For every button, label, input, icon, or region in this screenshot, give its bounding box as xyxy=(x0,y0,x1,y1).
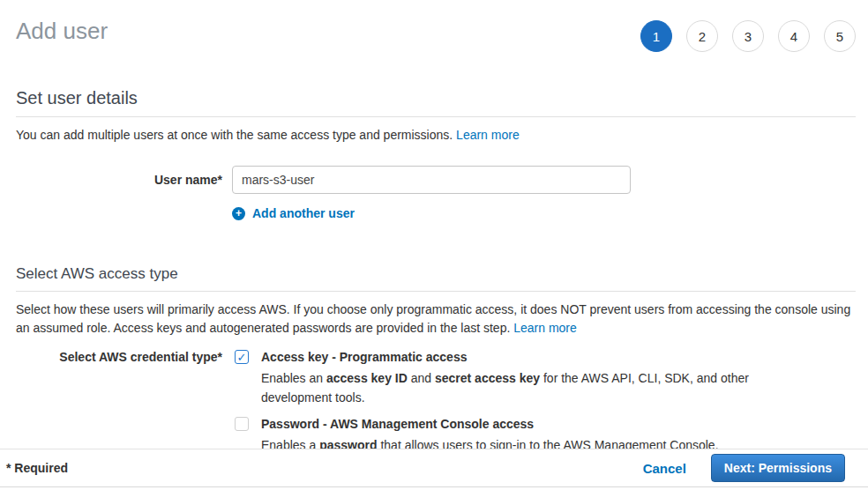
access-key-checkbox[interactable]: ✓ xyxy=(235,350,249,364)
desc-part: and xyxy=(408,371,435,385)
cancel-button[interactable]: Cancel xyxy=(643,461,686,476)
section-title: Set user details xyxy=(16,87,856,108)
add-user-page: Add user 1 2 3 4 5 Set user details You … xyxy=(0,0,868,490)
user-name-input[interactable] xyxy=(232,166,631,194)
option-description: Enables an access key ID and secret acce… xyxy=(261,368,751,407)
description-text: Select how these users will primarily ac… xyxy=(16,302,850,335)
step-number: 3 xyxy=(745,29,752,44)
add-another-user-label: Add another user xyxy=(252,206,355,220)
option-title[interactable]: Access key - Programmatic access xyxy=(261,349,751,365)
next-permissions-button[interactable]: Next: Permissions xyxy=(711,454,845,482)
option-content: Access key - Programmatic access Enables… xyxy=(261,349,751,407)
desc-part-bold: secret access key xyxy=(435,371,540,385)
wizard-footer: * Required Cancel Next: Permissions xyxy=(0,449,868,487)
learn-more-link[interactable]: Learn more xyxy=(456,128,520,142)
option-access-key: ✓ Access key - Programmatic access Enabl… xyxy=(235,349,751,407)
credential-type-row: Select AWS credential type* ✓ Access key… xyxy=(0,349,868,455)
page-title: Add user xyxy=(16,18,108,44)
user-name-row: User name* xyxy=(0,166,868,194)
credential-options: ✓ Access key - Programmatic access Enabl… xyxy=(235,349,751,455)
step-number: 5 xyxy=(836,29,843,44)
desc-part-bold: access key ID xyxy=(326,371,408,385)
section-description: Select how these users will primarily ac… xyxy=(16,301,856,338)
required-note: * Required xyxy=(6,461,68,475)
section-heading-wrap: Set user details xyxy=(16,87,856,117)
wizard-steps: 1 2 3 4 5 xyxy=(640,20,856,52)
step-indicator-5: 5 xyxy=(824,20,856,52)
section-heading-wrap: Select AWS access type xyxy=(16,264,856,292)
desc-part: Enables an xyxy=(261,371,326,385)
credential-type-label: Select AWS credential type* xyxy=(16,349,222,455)
option-title[interactable]: Password - AWS Management Console access xyxy=(261,416,719,432)
description-text: You can add multiple users at once with … xyxy=(16,128,456,142)
step-number: 2 xyxy=(699,29,706,44)
step-indicator-4: 4 xyxy=(778,20,810,52)
plus-circle-icon: + xyxy=(232,207,245,220)
step-indicator-2: 2 xyxy=(686,20,718,52)
section-set-user-details: Set user details You can add multiple us… xyxy=(0,87,868,145)
step-indicator-3: 3 xyxy=(732,20,764,52)
user-name-label: User name* xyxy=(16,166,222,194)
learn-more-link[interactable]: Learn more xyxy=(513,321,577,335)
page-header: Add user 1 2 3 4 5 xyxy=(0,0,868,52)
step-number: 1 xyxy=(653,29,660,44)
add-another-user-button[interactable]: + Add another user xyxy=(232,206,868,220)
section-access-type: Select AWS access type Select how these … xyxy=(0,264,868,338)
section-description: You can add multiple users at once with … xyxy=(16,126,856,145)
section-title: Select AWS access type xyxy=(16,264,856,283)
step-number: 4 xyxy=(790,29,797,44)
password-checkbox[interactable] xyxy=(235,417,249,431)
step-indicator-1: 1 xyxy=(640,20,672,52)
